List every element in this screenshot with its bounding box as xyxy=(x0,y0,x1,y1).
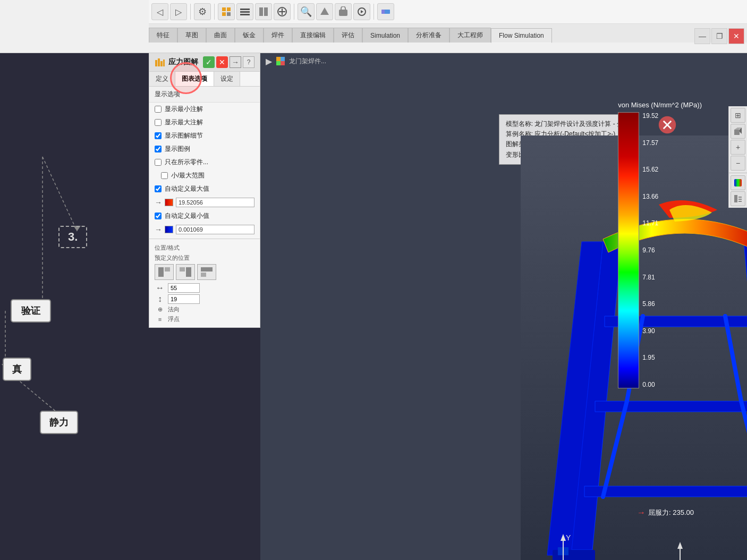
tab-bar: 特征 草图 曲面 钣金 焊件 直接编辑 评估 Simulation 分析准备 大… xyxy=(149,24,747,43)
tool5-btn[interactable]: 🔍 xyxy=(298,3,315,20)
help-btn[interactable]: ? xyxy=(243,56,254,68)
option-show-legend: 显示图例 xyxy=(149,142,260,156)
close-btn[interactable]: ✕ xyxy=(728,28,744,44)
tool4-btn[interactable] xyxy=(274,3,291,20)
svg-rect-25 xyxy=(155,60,157,66)
display-options-title: 显示选项 xyxy=(149,87,260,103)
restore-btn[interactable]: ❐ xyxy=(711,28,727,44)
sep3 xyxy=(294,4,294,20)
svg-rect-31 xyxy=(180,267,185,271)
svg-rect-29 xyxy=(158,267,164,277)
tool8-btn[interactable] xyxy=(353,3,370,20)
yield-annotation: → 屈服力: 235.00 xyxy=(637,508,694,517)
cube-icon xyxy=(733,126,743,136)
mm-node-sim[interactable]: 真 xyxy=(3,358,31,381)
cad-viewport: ▶ 龙门架焊件... 模型名称: 龙门架焊件设计及强度计算 - 分 算例名称: … xyxy=(260,53,747,560)
predefined-btn-top[interactable] xyxy=(197,264,216,280)
pos-x-icon: ↔ xyxy=(155,283,165,293)
checkbox-show-detail[interactable] xyxy=(155,132,162,139)
color-map-btn[interactable] xyxy=(731,175,745,190)
info-model-name: 模型名称: 龙门架焊件设计及强度计算 - 分 xyxy=(506,119,623,129)
svg-rect-26 xyxy=(158,58,160,66)
tab-chart-options[interactable]: 图表选项 xyxy=(175,72,214,86)
tool2-btn[interactable] xyxy=(236,3,253,20)
zoom-in-btn[interactable]: + xyxy=(731,140,745,155)
max-value-input[interactable]: 19.52056 xyxy=(176,198,254,207)
settings-btn[interactable]: ⚙ xyxy=(194,3,211,20)
scale-label-7: 5.86 xyxy=(642,300,658,308)
minimize-btn[interactable]: — xyxy=(694,28,710,44)
tool7-btn[interactable] xyxy=(335,3,352,20)
svg-line-0 xyxy=(43,157,77,231)
tool1-btn[interactable] xyxy=(218,3,235,20)
svg-rect-63 xyxy=(734,130,740,135)
pos-y-row: ↕ 19 xyxy=(155,294,254,304)
tab-define[interactable]: 定义 xyxy=(149,72,175,86)
zoom-out-btn[interactable]: − xyxy=(731,156,745,171)
scale-label-5: 9.76 xyxy=(642,247,658,254)
stress-panel-title-text: 应力图解 xyxy=(155,57,198,67)
tab-hanjian[interactable]: 焊件 xyxy=(264,28,292,43)
sep1 xyxy=(190,4,191,20)
normal-icon: ⊕ xyxy=(155,306,165,313)
pos-format-title: 位置/格式 xyxy=(155,244,254,252)
tab-dagongchengshi[interactable]: 大工程师 xyxy=(449,28,491,43)
checkbox-auto-max[interactable] xyxy=(155,185,162,192)
checkbox-show-min[interactable] xyxy=(155,106,162,113)
view-full-btn[interactable] xyxy=(731,124,745,139)
svg-rect-13 xyxy=(240,11,250,13)
pos-x-input[interactable]: 55 xyxy=(168,283,200,293)
checkbox-auto-min[interactable] xyxy=(155,213,162,219)
max-arrow: → xyxy=(155,198,162,207)
section-divider xyxy=(149,239,260,239)
svg-rect-15 xyxy=(259,7,263,16)
svg-rect-68 xyxy=(738,199,742,200)
tab-settings[interactable]: 设定 xyxy=(214,72,240,86)
scale-label-3: 13.66 xyxy=(642,193,658,200)
arrow-right-btn[interactable]: → xyxy=(230,56,241,68)
tab-flowsim[interactable]: Flow Simulation xyxy=(491,28,552,43)
checkbox-show-max[interactable] xyxy=(155,119,162,126)
predefined-btn-left[interactable] xyxy=(155,264,174,280)
checkbox-min-max-range[interactable] xyxy=(161,172,168,179)
svg-rect-14 xyxy=(240,14,250,15)
tool9-btn[interactable] xyxy=(377,3,394,20)
normal-label: 法向 xyxy=(168,306,180,313)
tab-caotu[interactable]: 草图 xyxy=(177,28,206,43)
mm-node-3[interactable]: 3. xyxy=(58,226,87,248)
option-only-shown: 只在所示零件... xyxy=(149,156,260,169)
predefined-buttons xyxy=(155,264,254,280)
mm-node-static[interactable]: 静力 xyxy=(40,411,78,434)
back-btn[interactable]: ◁ xyxy=(151,3,168,20)
mm-node-verify[interactable]: 验证 xyxy=(11,299,51,323)
tab-simulation[interactable]: Simulation xyxy=(362,28,408,43)
predefined-btn-right[interactable] xyxy=(176,264,195,280)
tab-fenxi[interactable]: 分析准备 xyxy=(408,28,449,43)
window-controls: — ❐ ✕ xyxy=(694,24,747,48)
predefined-label: 预定义的位置 xyxy=(155,254,254,262)
tool6-btn[interactable] xyxy=(316,3,333,20)
tab-banjin[interactable]: 钣金 xyxy=(235,28,264,43)
tool3-btn[interactable] xyxy=(255,3,272,20)
tab-pingjia[interactable]: 评估 xyxy=(334,28,362,43)
svg-marker-47 xyxy=(584,486,747,497)
tab-tezheng[interactable]: 特征 xyxy=(149,28,177,43)
svg-rect-21 xyxy=(339,10,347,16)
stress-icon xyxy=(155,57,165,67)
cancel-btn[interactable]: ✕ xyxy=(216,56,228,68)
pos-format-section: 位置/格式 预定义的位置 xyxy=(149,241,260,327)
pos-y-input[interactable]: 19 xyxy=(168,294,200,304)
tab-qumian[interactable]: 曲面 xyxy=(206,28,235,43)
view-orient-btn[interactable]: ⊞ xyxy=(731,108,745,123)
checkbox-show-legend[interactable] xyxy=(155,146,162,152)
svg-rect-30 xyxy=(165,267,170,271)
part-icon xyxy=(275,56,286,66)
legend-btn[interactable] xyxy=(731,191,745,206)
option-show-min: 显示最小注解 xyxy=(149,103,260,116)
tab-zhijiebian[interactable]: 直接编辑 xyxy=(292,28,334,43)
confirm-btn[interactable]: ✓ xyxy=(203,56,215,68)
color-scale-container: von Mises (N/mm^2 (MPa)) 19.52 17.57 15.… xyxy=(618,101,702,388)
checkbox-only-shown[interactable] xyxy=(155,159,162,166)
min-value-input[interactable]: 0.001069 xyxy=(176,225,254,234)
forward-btn[interactable]: ▷ xyxy=(170,3,187,20)
